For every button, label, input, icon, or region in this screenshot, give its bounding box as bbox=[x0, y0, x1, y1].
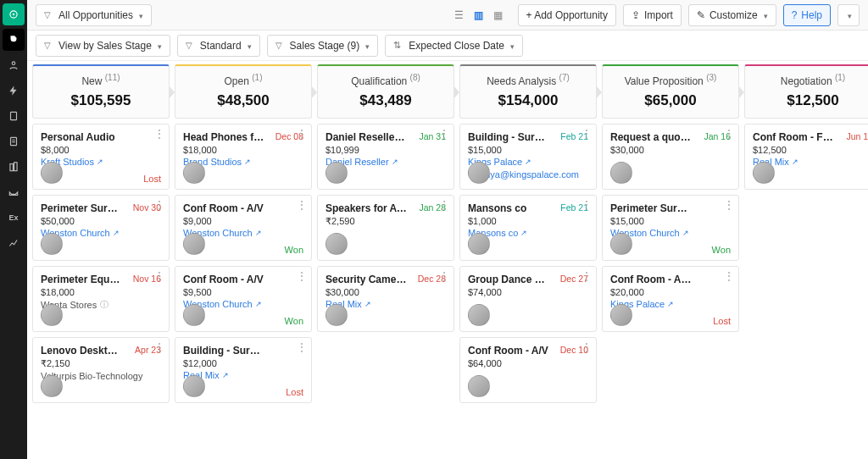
owner-avatar[interactable] bbox=[41, 162, 63, 184]
svg-rect-6 bbox=[14, 163, 17, 171]
help-button[interactable]: ?Help bbox=[783, 4, 831, 26]
owner-avatar[interactable] bbox=[468, 304, 490, 326]
group-by-filter[interactable]: View by Sales Stage bbox=[36, 35, 170, 57]
opportunity-card[interactable]: ⋮Building - Surveillan…$12,000Real Mix↗L… bbox=[175, 337, 312, 403]
card-more-icon[interactable]: ⋮ bbox=[581, 130, 593, 138]
stage-header[interactable]: Qualification (8)$43,489 bbox=[317, 64, 454, 119]
owner-avatar[interactable] bbox=[183, 375, 205, 397]
opportunity-card[interactable]: ⋮Security Cameras fo…Dec 28$30,000Real M… bbox=[317, 266, 454, 332]
calendar-view-icon[interactable]: ▦ bbox=[493, 9, 503, 21]
stage-count: (1) bbox=[252, 73, 262, 82]
stage-header[interactable]: New (11)$105,595 bbox=[32, 64, 170, 119]
opportunity-card[interactable]: ⋮Request a quote for …Jan 16$30,000 bbox=[602, 124, 739, 190]
chevron-down-icon bbox=[510, 40, 515, 52]
rail-item-contacts[interactable] bbox=[3, 54, 25, 76]
opportunity-card[interactable]: ⋮Perimeter Surveilla…Nov 30$50,000Wensto… bbox=[32, 195, 170, 261]
opportunity-card[interactable]: ⋮Conf Room - A/V$9,500Wenston Church↗Won bbox=[175, 266, 312, 332]
stage-total: $105,595 bbox=[36, 92, 165, 109]
card-amount: $9,000 bbox=[183, 216, 303, 226]
card-amount: $12,500 bbox=[753, 145, 868, 155]
stage-header[interactable]: Open (1)$48,500 bbox=[175, 64, 312, 119]
add-opportunity-button[interactable]: + Add Opportunity bbox=[518, 4, 616, 26]
rail-item-org[interactable] bbox=[3, 156, 25, 178]
stage-header[interactable]: Needs Analysis (7)$154,000 bbox=[459, 64, 597, 119]
opportunity-card[interactable]: ⋮Perimeter Surveilla…$15,000Wenston Chur… bbox=[602, 195, 739, 261]
close-date-filter[interactable]: Expected Close Date bbox=[385, 35, 523, 57]
owner-avatar[interactable] bbox=[41, 233, 63, 255]
help-menu-button[interactable] bbox=[837, 4, 860, 26]
opportunity-card[interactable]: ⋮Conf Room - A/V$9,000Wenston Church↗Won bbox=[175, 195, 312, 261]
card-more-icon[interactable]: ⋮ bbox=[296, 130, 308, 138]
card-amount: $15,000 bbox=[610, 216, 731, 226]
rail-item-ex[interactable]: Ex bbox=[3, 207, 25, 229]
card-more-icon[interactable]: ⋮ bbox=[296, 343, 308, 351]
customize-button[interactable]: ✎Customize bbox=[688, 4, 776, 26]
owner-avatar[interactable] bbox=[41, 375, 63, 397]
card-more-icon[interactable]: ⋮ bbox=[723, 272, 735, 280]
owner-avatar[interactable] bbox=[610, 162, 632, 184]
card-more-icon[interactable]: ⋮ bbox=[581, 201, 593, 209]
owner-avatar[interactable] bbox=[183, 304, 205, 326]
stage-header[interactable]: Negotiation (1)$12,500 bbox=[744, 64, 868, 119]
kanban-view-icon[interactable]: ▥ bbox=[474, 9, 483, 21]
owner-avatar[interactable] bbox=[326, 233, 348, 255]
owner-avatar[interactable] bbox=[183, 233, 205, 255]
card-more-icon[interactable]: ⋮ bbox=[438, 130, 450, 138]
opportunity-card[interactable]: ⋮Conf Room - A/VDec 10$64,000 bbox=[459, 337, 597, 403]
card-amount: $9,500 bbox=[183, 287, 303, 297]
owner-avatar[interactable] bbox=[610, 304, 632, 326]
card-more-icon[interactable]: ⋮ bbox=[581, 343, 593, 351]
rail-item-doc1[interactable] bbox=[3, 105, 25, 127]
stage-name: Qualification bbox=[351, 75, 407, 87]
card-more-icon[interactable]: ⋮ bbox=[153, 343, 165, 351]
opportunity-card[interactable]: ⋮Lenovo DesktopsApr 23₹2,150Velturpis Bi… bbox=[32, 337, 170, 403]
opportunity-card[interactable]: ⋮Personal Audio$8,000Kraft Studios↗Lost bbox=[32, 124, 170, 190]
list-view-icon[interactable]: ☰ bbox=[454, 9, 464, 21]
card-more-icon[interactable]: ⋮ bbox=[438, 272, 450, 280]
opportunity-card[interactable]: ⋮Perimeter Equipme…Nov 16$18,000Wanta St… bbox=[32, 266, 170, 332]
opportunity-card[interactable]: ⋮Head Phones for 12…Dec 08$18,000Brand S… bbox=[175, 124, 312, 190]
owner-avatar[interactable] bbox=[326, 304, 348, 326]
card-more-icon[interactable]: ⋮ bbox=[296, 272, 308, 280]
opportunity-card[interactable]: ⋮Building - Surveillan…Feb 21$15,000King… bbox=[459, 124, 597, 190]
rail-item-inbox[interactable] bbox=[3, 181, 25, 203]
card-amount: $8,000 bbox=[41, 145, 161, 155]
card-more-icon[interactable]: ⋮ bbox=[723, 130, 735, 138]
owner-avatar[interactable] bbox=[468, 233, 490, 255]
opportunity-card[interactable]: ⋮Daniel Reseller - Op…Jan 31$10,999Danie… bbox=[317, 124, 454, 190]
owner-avatar[interactable] bbox=[468, 375, 490, 397]
opportunity-card[interactable]: ⋮Mansons coFeb 21$1,000Mansons co↗ bbox=[459, 195, 597, 261]
opportunity-card[interactable]: ⋮Conf Room - FullJun 13$12,500Real Mix↗ bbox=[744, 124, 868, 190]
view-selector[interactable]: All Opportunities bbox=[36, 4, 152, 26]
card-more-icon[interactable]: ⋮ bbox=[438, 201, 450, 209]
rail-item-doc2[interactable] bbox=[3, 130, 25, 152]
stage-header[interactable]: Value Proposition (3)$65,000 bbox=[602, 64, 739, 119]
rail-item-analytics[interactable] bbox=[3, 232, 25, 254]
rail-item-automation[interactable] bbox=[3, 80, 25, 102]
card-status: Won bbox=[285, 245, 303, 255]
card-more-icon[interactable]: ⋮ bbox=[153, 130, 165, 138]
stage-filter[interactable]: Sales Stage (9) bbox=[267, 35, 379, 57]
kanban-board[interactable]: New (11)$105,595⋮Personal Audio$8,000Kra… bbox=[27, 61, 868, 459]
owner-avatar[interactable] bbox=[610, 233, 632, 255]
owner-avatar[interactable] bbox=[326, 162, 348, 184]
rail-logo[interactable] bbox=[3, 3, 25, 25]
card-more-icon[interactable]: ⋮ bbox=[153, 201, 165, 209]
owner-avatar[interactable] bbox=[753, 162, 775, 184]
card-more-icon[interactable]: ⋮ bbox=[296, 201, 308, 209]
owner-avatar[interactable] bbox=[41, 304, 63, 326]
opportunity-card[interactable]: ⋮Speakers for Avvi M…Jan 28₹2,590 bbox=[317, 195, 454, 261]
card-more-icon[interactable]: ⋮ bbox=[153, 272, 165, 280]
opportunity-card[interactable]: ⋮Group Dance Perfor…Dec 27$74,000 bbox=[459, 266, 597, 332]
card-amount: ₹2,590 bbox=[326, 216, 446, 227]
rail-item-deals[interactable] bbox=[3, 29, 25, 51]
card-title: Daniel Reseller - Op… bbox=[326, 131, 407, 143]
nav-rail: Ex bbox=[0, 0, 27, 459]
card-more-icon[interactable]: ⋮ bbox=[723, 201, 735, 209]
owner-avatar[interactable] bbox=[468, 162, 490, 184]
opportunity-card[interactable]: ⋮Conf Room - Audio$20,000Kings Palace↗Lo… bbox=[602, 266, 739, 332]
owner-avatar[interactable] bbox=[183, 162, 205, 184]
import-button[interactable]: ⇪Import bbox=[623, 4, 682, 26]
standard-filter[interactable]: Standard bbox=[177, 35, 260, 57]
card-more-icon[interactable]: ⋮ bbox=[581, 272, 593, 280]
